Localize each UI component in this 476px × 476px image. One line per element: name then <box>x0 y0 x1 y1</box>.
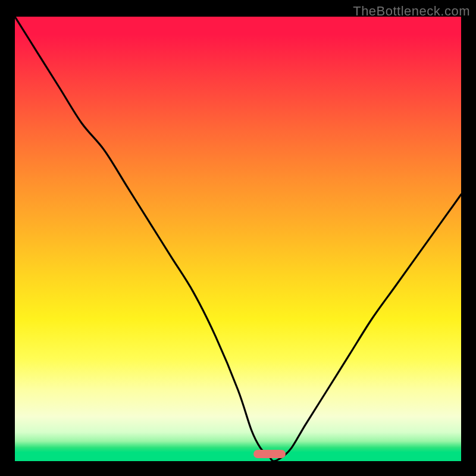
watermark-text: TheBottleneck.com <box>353 4 470 19</box>
bottleneck-curve <box>15 17 461 461</box>
optimal-marker <box>253 450 286 458</box>
chart-stage: TheBottleneck.com <box>0 0 476 476</box>
plot-area <box>15 17 461 461</box>
